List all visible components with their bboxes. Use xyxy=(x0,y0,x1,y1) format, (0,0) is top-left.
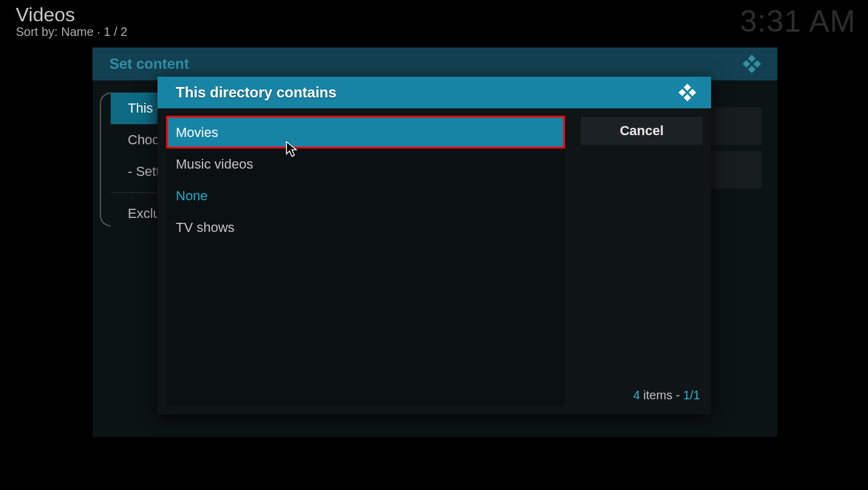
option-none[interactable]: None xyxy=(166,180,565,212)
directory-contains-dialog: This directory contains Movies Music vid… xyxy=(158,77,711,415)
content-type-list: Movies Music videos None TV shows xyxy=(166,117,565,406)
count-page: 1/1 xyxy=(683,388,700,402)
directory-contains-title: This directory contains xyxy=(176,84,336,101)
svg-rect-7 xyxy=(684,94,691,101)
svg-rect-6 xyxy=(679,89,686,96)
count-number: 4 xyxy=(633,388,640,402)
svg-rect-1 xyxy=(754,60,762,68)
set-content-title: Set content xyxy=(109,55,189,72)
svg-rect-2 xyxy=(743,60,751,68)
clock: 3:31 AM xyxy=(740,4,856,39)
directory-contains-header: This directory contains xyxy=(158,77,711,108)
option-tv-shows[interactable]: TV shows xyxy=(166,212,565,243)
directory-contains-right: Cancel 4 items - 1/1 xyxy=(581,117,703,406)
svg-rect-0 xyxy=(748,55,756,63)
option-music-videos[interactable]: Music videos xyxy=(166,149,565,180)
header-bar: Videos Sort by: Name · 1 / 2 3:31 AM xyxy=(16,4,856,39)
svg-rect-3 xyxy=(748,66,756,74)
item-count: 4 items - 1/1 xyxy=(581,388,703,406)
group-bracket xyxy=(100,93,111,226)
sort-info[interactable]: Sort by: Name · 1 / 2 xyxy=(16,25,856,39)
count-word: items - xyxy=(640,388,683,402)
set-content-header: Set content xyxy=(92,47,777,80)
section-title: Videos xyxy=(16,4,856,26)
svg-rect-4 xyxy=(684,84,691,91)
cancel-button[interactable]: Cancel xyxy=(581,117,703,145)
kodi-logo-icon xyxy=(741,53,763,75)
svg-rect-5 xyxy=(689,89,696,96)
kodi-logo-icon xyxy=(677,82,698,103)
option-movies[interactable]: Movies xyxy=(166,117,565,149)
